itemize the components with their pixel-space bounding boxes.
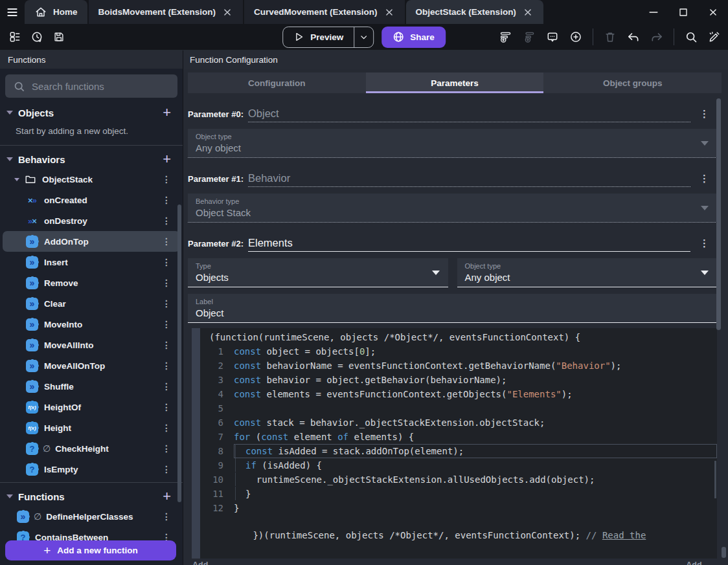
parameter-0-object-type-select[interactable]: Object type Any object	[188, 129, 717, 158]
kebab-menu-icon[interactable]: ⋮	[690, 108, 717, 122]
event-drag-handle[interactable]	[192, 328, 200, 559]
tree-expander-icon[interactable]	[14, 178, 19, 181]
preview-button[interactable]: Preview	[282, 27, 374, 48]
parameter-2-object-type-select[interactable]: Object type Any object	[457, 258, 718, 287]
section-expander-icon[interactable]	[6, 111, 13, 115]
sidebar-item-ondestroy[interactable]: »×onDestroy⋮	[3, 210, 180, 231]
preview-button-main[interactable]: Preview	[283, 27, 354, 47]
sidebar-item-shuffle[interactable]: »Shuffle⋮	[3, 376, 180, 397]
kebab-menu-icon[interactable]: ⋮	[690, 173, 717, 187]
add-comment-button[interactable]	[543, 27, 562, 47]
sidebar-item-checkheight[interactable]: ?∅CheckHeight⋮	[3, 438, 180, 459]
kebab-menu-icon[interactable]: ⋮	[157, 319, 176, 329]
config-tab-parameters[interactable]: Parameters	[366, 72, 544, 93]
add-action-button-partial[interactable]: Add...	[192, 560, 215, 565]
kebab-menu-icon[interactable]: ⋮	[690, 238, 717, 252]
config-tab-object-groups[interactable]: Object groups	[543, 72, 722, 93]
section-expander-icon[interactable]	[6, 494, 13, 498]
kebab-menu-icon[interactable]: ⋮	[157, 423, 176, 433]
sidebar-scrollbar[interactable]	[177, 205, 181, 502]
kebab-menu-icon[interactable]: ⋮	[157, 511, 176, 522]
section-header-objects[interactable]: Objects+	[0, 103, 183, 122]
sidebar-item-clear[interactable]: »Clear⋮	[3, 293, 180, 314]
tab-objectstack-extension-[interactable]: ObjectStack (Extension)	[406, 0, 543, 24]
hamburger-menu-button[interactable]	[0, 0, 25, 24]
kebab-menu-icon[interactable]: ⋮	[157, 195, 176, 205]
section-expander-icon[interactable]	[6, 157, 13, 161]
parameter-0-name-field[interactable]: Object	[248, 107, 690, 122]
maximize-window-button[interactable]	[668, 0, 698, 24]
line-number: 11	[200, 487, 234, 501]
close-window-button[interactable]	[698, 0, 728, 24]
search-input[interactable]: Search functions	[5, 74, 177, 98]
add-circle-button[interactable]	[566, 27, 586, 47]
section-add-button[interactable]: +	[159, 152, 175, 166]
javascript-code-editor[interactable]: (function(runtimeScene, objects /*Object…	[200, 328, 717, 559]
code-text: }	[234, 501, 717, 515]
events-scrollbar[interactable]	[722, 547, 726, 558]
section-add-button[interactable]: +	[159, 105, 175, 120]
parameter-2-name-field[interactable]: Elements	[248, 237, 690, 252]
sidebar-item-label: CheckHeight	[55, 444, 151, 454]
kebab-menu-icon[interactable]: ⋮	[157, 381, 176, 392]
search-button[interactable]	[681, 27, 701, 47]
add-new-function-button[interactable]: + Add a new function	[5, 540, 176, 560]
editor-scrollbar[interactable]	[714, 461, 716, 498]
kebab-menu-icon[interactable]: ⋮	[157, 340, 176, 350]
minimize-icon	[647, 6, 660, 19]
tab-home[interactable]: Home	[25, 0, 87, 24]
history-button[interactable]	[27, 27, 47, 47]
kebab-menu-icon[interactable]: ⋮	[157, 174, 176, 184]
sidebar-item-heightof[interactable]: f(x)HeightOf⋮	[3, 397, 180, 417]
tab-close-icon[interactable]	[522, 6, 534, 18]
save-button[interactable]	[49, 27, 69, 47]
tab-boidsmovement-extension-[interactable]: BoidsMovement (Extension)	[89, 0, 244, 24]
sidebar-item-remove[interactable]: »Remove⋮	[3, 272, 180, 293]
sidebar-item-isempty[interactable]: ?IsEmpty⋮	[3, 459, 180, 480]
sidebar-item-moveinto[interactable]: »MoveInto⋮	[3, 314, 180, 335]
minimize-window-button[interactable]	[639, 0, 668, 24]
kebab-menu-icon[interactable]: ⋮	[157, 464, 176, 474]
dropdown-caret-icon	[701, 206, 709, 210]
sidebar-item-objectstack[interactable]: ObjectStack⋮	[3, 169, 180, 190]
project-manager-button[interactable]	[5, 27, 25, 47]
share-button[interactable]: Share	[381, 27, 446, 48]
kebab-menu-icon[interactable]: ⋮	[157, 236, 176, 247]
documentation-link[interactable]: Read the	[602, 530, 646, 540]
search-icon	[13, 80, 25, 93]
kebab-menu-icon[interactable]: ⋮	[157, 402, 176, 412]
parameter-2-label-input[interactable]: Label Object	[188, 294, 717, 323]
tab-close-icon[interactable]	[222, 6, 233, 18]
parameter-1-behavior-type-select[interactable]: Behavior type Object Stack	[188, 194, 717, 223]
sidebar-item-definehelperclasses[interactable]: »∅DefineHelperClasses⋮	[3, 506, 180, 527]
undo-button[interactable]	[624, 27, 643, 47]
functions-sidebar: Functions Search functions Objects+Start…	[0, 50, 183, 565]
tab-close-icon[interactable]	[383, 6, 395, 18]
sidebar-item-oncreated[interactable]: ×»onCreated⋮	[3, 190, 180, 210]
config-tab-configuration[interactable]: Configuration	[188, 72, 366, 93]
sidebar-item-height[interactable]: f(x)Height⋮	[3, 417, 180, 438]
add-event-button-partial[interactable]: Add...	[686, 560, 709, 565]
edit-pen-button[interactable]	[705, 27, 724, 47]
kebab-menu-icon[interactable]: ⋮	[157, 257, 176, 267]
section-add-button[interactable]: +	[159, 489, 175, 504]
sidebar-item-insert[interactable]: »Insert⋮	[3, 252, 180, 272]
parameter-1-name-field[interactable]: Behavior	[248, 172, 690, 187]
action-function-icon: »	[17, 511, 29, 523]
tab-curvedmovement-extension-[interactable]: CurvedMovement (Extension)	[244, 0, 405, 24]
sidebar-item-moveallontop[interactable]: »MoveAllOnTop⋮	[3, 355, 180, 376]
section-header-behaviors[interactable]: Behaviors+	[0, 150, 183, 169]
kebab-menu-icon[interactable]: ⋮	[157, 216, 176, 226]
kebab-menu-icon[interactable]: ⋮	[157, 360, 176, 371]
history-icon	[30, 30, 43, 43]
kebab-menu-icon[interactable]: ⋮	[157, 278, 176, 288]
sidebar-item-addontop[interactable]: »AddOnTop⋮	[3, 231, 180, 252]
main-scrollbar[interactable]	[716, 98, 721, 330]
kebab-menu-icon[interactable]: ⋮	[157, 298, 176, 309]
add-event-button[interactable]	[496, 27, 516, 47]
preview-dropdown-button[interactable]	[354, 27, 373, 47]
sidebar-item-moveallinto[interactable]: »MoveAllInto⋮	[3, 335, 180, 355]
parameter-2-type-select[interactable]: Type Objects	[188, 258, 448, 287]
section-header-functions[interactable]: Functions+	[0, 487, 183, 506]
kebab-menu-icon[interactable]: ⋮	[157, 443, 176, 454]
